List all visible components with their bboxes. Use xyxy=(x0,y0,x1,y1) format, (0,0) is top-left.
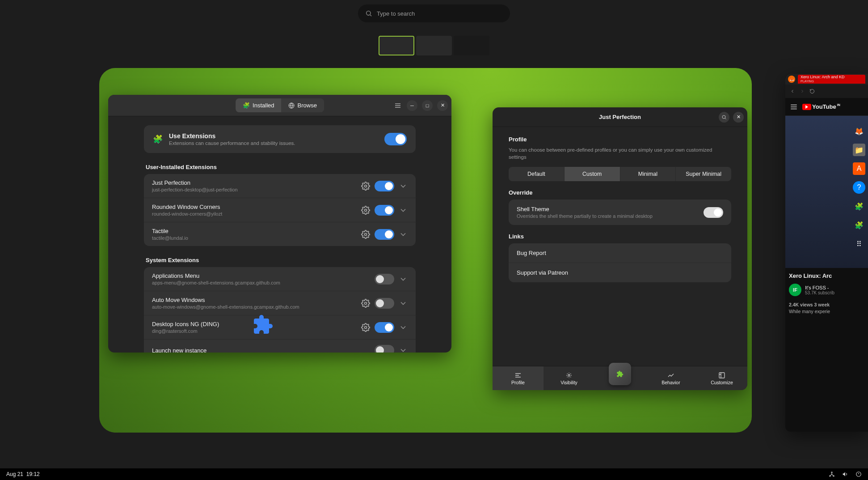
jp-nav-customize[interactable]: Customize xyxy=(696,366,747,390)
forward-icon[interactable] xyxy=(800,89,805,94)
search-icon xyxy=(365,10,372,17)
browser-window[interactable]: 🦊 Xero Linux: Arch and KD PLAYING YouTub… xyxy=(785,74,868,432)
use-extensions-title: Use Extensions xyxy=(169,132,378,140)
extension-row: Desktop Icons NG (DING) ding@rastersoft.… xyxy=(144,315,416,339)
settings-icon[interactable] xyxy=(361,182,370,191)
extension-toggle[interactable] xyxy=(375,229,394,240)
use-extensions-row: 🧩 Use Extensions Extensions can cause pe… xyxy=(144,125,416,153)
globe-icon xyxy=(289,102,295,109)
maximize-button[interactable]: □ xyxy=(422,100,433,111)
workspace-thumb-2[interactable] xyxy=(416,36,452,55)
just-perfection-window[interactable]: Just Perfection ✕ Profile You can choose… xyxy=(493,107,747,390)
svg-point-0 xyxy=(367,11,371,15)
svg-point-6 xyxy=(365,326,367,328)
profile-heading: Profile xyxy=(509,136,731,143)
profile-option-super minimal[interactable]: Super Minimal xyxy=(675,167,731,181)
workspace-thumb-new[interactable] xyxy=(454,36,489,55)
channel-avatar[interactable]: IF xyxy=(789,284,801,296)
back-icon[interactable] xyxy=(790,89,795,94)
chevron-down-icon[interactable] xyxy=(399,182,408,191)
jp-title: Just Perfection xyxy=(599,114,641,120)
chevron-down-icon[interactable] xyxy=(399,346,408,353)
chevron-down-icon[interactable] xyxy=(399,275,408,284)
search-bar[interactable]: Type to search xyxy=(358,4,510,22)
extension-name: Just Perfection xyxy=(152,179,357,186)
chevron-down-icon[interactable] xyxy=(399,206,408,215)
jp-nav-profile[interactable]: Profile xyxy=(493,366,544,390)
extensions-window[interactable]: 🧩 Installed Browse ─ □ ✕ xyxy=(108,95,451,353)
svg-rect-9 xyxy=(719,373,725,378)
links-heading: Links xyxy=(509,233,731,240)
reload-icon[interactable] xyxy=(809,89,815,94)
volume-icon[interactable] xyxy=(842,471,848,477)
chevron-down-icon[interactable] xyxy=(399,323,408,332)
taskbar-clock[interactable]: Aug 21 19:12 xyxy=(6,471,40,477)
extension-row: Rounded Window Corners rounded-window-co… xyxy=(144,198,416,222)
svg-point-11 xyxy=(830,476,830,476)
user-extensions-heading: User-Installed Extensions xyxy=(146,164,416,170)
extension-toggle[interactable] xyxy=(375,181,394,191)
jp-close-button[interactable]: ✕ xyxy=(733,112,744,123)
svg-point-7 xyxy=(722,115,725,119)
close-button[interactable]: ✕ xyxy=(437,100,448,111)
jp-headerbar: Just Perfection ✕ xyxy=(493,107,747,127)
video-title: Xero Linux: Arc xyxy=(789,272,864,279)
tab-installed[interactable]: 🧩 Installed xyxy=(236,98,281,112)
youtube-logo[interactable]: YouTube IN xyxy=(802,103,840,110)
user-extensions-list: Just Perfection just-perfection-desktop@… xyxy=(144,174,416,246)
profile-option-default[interactable]: Default xyxy=(509,167,564,181)
hamburger-icon[interactable] xyxy=(790,103,798,111)
link-row[interactable]: Support via Patreon xyxy=(509,263,731,282)
workspace-preview[interactable]: 🧩 Installed Browse ─ □ ✕ xyxy=(99,68,752,433)
network-icon[interactable] xyxy=(829,471,835,477)
extension-id: rounded-window-corners@yilozt xyxy=(152,211,357,217)
channel-name[interactable]: It's FOSS - xyxy=(805,285,834,290)
dock-help: ? xyxy=(853,181,865,194)
channel-row: IF It's FOSS - 53.7K subscrib xyxy=(789,284,864,296)
workspace-thumbnails xyxy=(379,36,489,55)
dock-extensions: 🧩 xyxy=(853,200,865,212)
link-row[interactable]: Bug Report xyxy=(509,243,731,263)
jp-nav-behavior[interactable]: Behavior xyxy=(645,366,696,390)
jp-nav-center[interactable] xyxy=(594,366,645,390)
use-extensions-toggle[interactable] xyxy=(384,133,407,145)
puzzle-icon: 🧩 xyxy=(153,134,163,144)
extensions-view-switcher: 🧩 Installed Browse xyxy=(236,98,324,112)
settings-icon[interactable] xyxy=(361,230,370,239)
menu-button[interactable] xyxy=(392,100,403,111)
video-player[interactable]: 🦊 📁 A ? 🧩 🧩 ⠿ xyxy=(785,116,868,268)
extension-toggle[interactable] xyxy=(375,298,394,309)
taskbar-tray xyxy=(829,471,862,477)
links-list: Bug ReportSupport via Patreon xyxy=(509,243,731,282)
browser-titlebar: 🦊 Xero Linux: Arch and KD PLAYING xyxy=(785,74,868,85)
dock-puzzle: 🧩 xyxy=(853,219,865,231)
minimize-button[interactable]: ─ xyxy=(407,100,417,111)
extension-toggle[interactable] xyxy=(375,205,394,216)
extension-name: Tactile xyxy=(152,228,357,234)
extension-row: Applications Menu apps-menu@gnome-shell-… xyxy=(144,267,416,291)
jp-search-button[interactable] xyxy=(719,112,729,123)
app-icon-extensions[interactable] xyxy=(250,312,275,337)
extensions-headerbar: 🧩 Installed Browse ─ □ ✕ xyxy=(108,95,451,116)
workspace-thumb-1[interactable] xyxy=(379,36,414,55)
extension-toggle[interactable] xyxy=(375,274,394,285)
settings-icon[interactable] xyxy=(361,299,370,308)
chevron-down-icon[interactable] xyxy=(399,230,408,239)
shell-theme-toggle[interactable] xyxy=(704,207,723,218)
system-extensions-heading: System Extensions xyxy=(146,257,416,263)
extension-toggle[interactable] xyxy=(375,345,394,353)
profile-option-minimal[interactable]: Minimal xyxy=(620,167,676,181)
jp-nav-visibility[interactable]: Visibility xyxy=(544,366,594,390)
browser-tab[interactable]: Xero Linux: Arch and KD PLAYING xyxy=(798,75,865,84)
chevron-down-icon[interactable] xyxy=(399,299,408,308)
settings-icon[interactable] xyxy=(361,323,370,332)
svg-point-2 xyxy=(365,185,367,187)
profile-option-custom[interactable]: Custom xyxy=(564,167,620,181)
extension-toggle[interactable] xyxy=(375,322,394,333)
profile-segmented: DefaultCustomMinimalSuper Minimal xyxy=(509,167,731,181)
tab-browse[interactable]: Browse xyxy=(282,98,324,112)
settings-icon[interactable] xyxy=(361,206,370,215)
extension-id: just-perfection-desktop@just-perfection xyxy=(152,187,357,192)
extension-id: auto-move-windows@gnome-shell-extensions… xyxy=(152,304,357,310)
power-icon[interactable] xyxy=(855,471,862,477)
